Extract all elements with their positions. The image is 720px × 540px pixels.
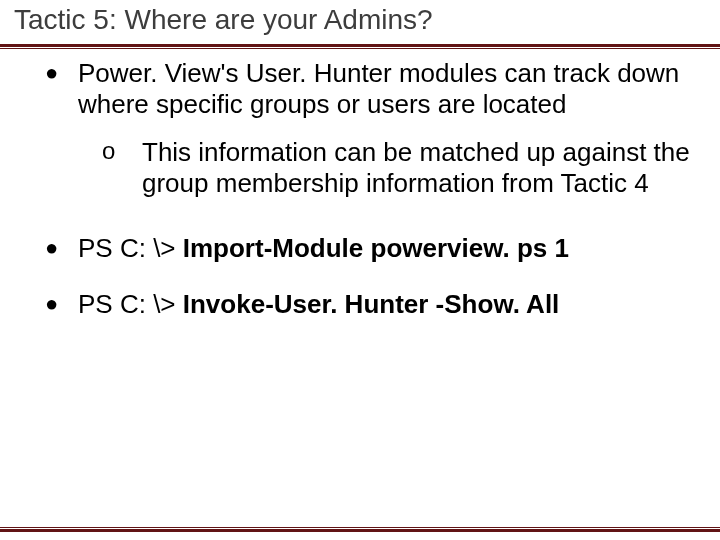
slide: Tactic 5: Where are your Admins? ● Power…	[0, 0, 720, 540]
disc-bullet-icon: ●	[45, 235, 58, 261]
disc-bullet-icon: ●	[45, 60, 58, 86]
bullet-item: ● Power. View's User. Hunter modules can…	[0, 58, 720, 119]
bullet-item: ● PS C: \> Import-Module powerview. ps 1	[0, 233, 720, 264]
rule-thin	[0, 527, 720, 528]
rule-thick	[0, 44, 720, 47]
bottom-underline	[0, 527, 720, 532]
sub-bullet-item: o This information can be matched up aga…	[0, 137, 720, 198]
command-prefix: PS C: \>	[78, 289, 183, 319]
command-prefix: PS C: \>	[78, 233, 183, 263]
command-text: Invoke-User. Hunter -Show. All	[183, 289, 560, 319]
title-underline	[0, 44, 720, 49]
rule-thick	[0, 529, 720, 532]
rule-thin	[0, 48, 720, 49]
bullet-item: ● PS C: \> Invoke-User. Hunter -Show. Al…	[0, 289, 720, 320]
circle-bullet-icon: o	[102, 137, 115, 165]
bullet-text: Power. View's User. Hunter modules can t…	[78, 58, 679, 119]
command-text: Import-Module powerview. ps 1	[183, 233, 569, 263]
disc-bullet-icon: ●	[45, 291, 58, 317]
slide-title: Tactic 5: Where are your Admins?	[14, 4, 433, 36]
sub-bullet-text: This information can be matched up again…	[142, 137, 690, 198]
slide-body: ● Power. View's User. Hunter modules can…	[0, 58, 720, 338]
